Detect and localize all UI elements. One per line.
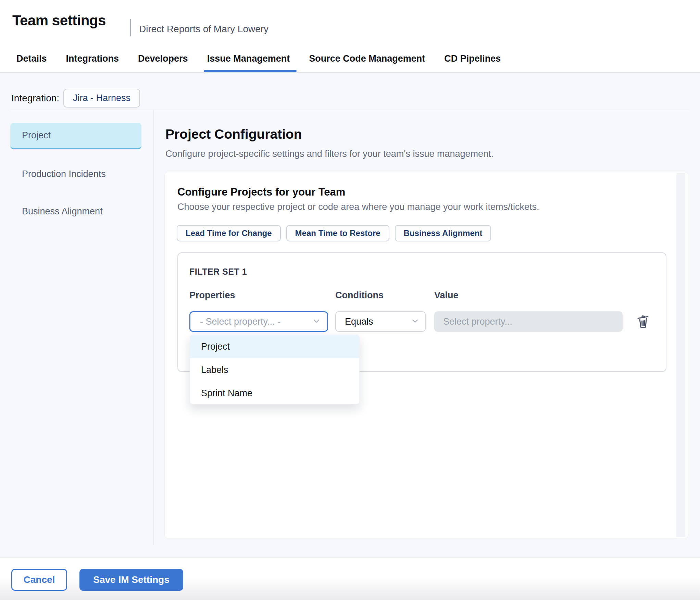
save-im-settings-button[interactable]: Save IM Settings [79,569,183,591]
dropdown-option-labels[interactable]: Labels [190,358,359,382]
integration-chip[interactable]: Jira - Harness [63,89,140,108]
chevron-down-icon [411,316,420,327]
column-label-conditions: Conditions [335,290,384,301]
property-select[interactable]: - Select property... - [189,311,328,332]
property-select-value: - Select property... - [200,316,280,327]
chevron-down-icon [312,316,321,327]
integration-label: Integration: [11,93,59,104]
section-title: Project Configuration [165,127,302,142]
column-label-value: Value [434,290,459,301]
section-description: Configure project-specific settings and … [165,149,493,159]
project-configuration-card: Configure Projects for your Team Choose … [164,172,688,538]
column-label-properties: Properties [189,290,235,301]
footer: Cancel Save IM Settings [0,558,700,600]
delete-filter-button[interactable] [635,313,651,330]
chip-mean-time-to-restore[interactable]: Mean Time to Restore [286,225,389,241]
tab-cd-pipelines[interactable]: CD Pipelines [443,53,501,64]
chip-business-alignment[interactable]: Business Alignment [395,225,491,241]
page-title: Team settings [12,12,106,29]
tab-details[interactable]: Details [16,53,48,64]
tab-source-code-management[interactable]: Source Code Management [308,53,426,64]
tab-bar: Details Integrations Developers Issue Ma… [16,48,501,69]
dropdown-option-sprint-name[interactable]: Sprint Name [190,382,359,404]
trash-icon [635,313,651,331]
title-separator [130,19,131,36]
sidebar-divider [153,110,154,545]
card-title: Configure Projects for your Team [177,186,345,198]
sidebar-item-project[interactable]: Project [10,123,141,149]
value-input[interactable] [434,311,623,332]
filter-set-title: FILTER SET 1 [189,267,247,277]
card-description: Choose your respective project or code a… [177,202,539,212]
dropdown-option-project[interactable]: Project [190,335,359,358]
sidebar-item-business-alignment[interactable]: Business Alignment [10,201,141,222]
cancel-button[interactable]: Cancel [11,569,67,591]
page-subtitle: Direct Reports of Mary Lowery [139,24,268,35]
tab-developers[interactable]: Developers [137,53,189,64]
integration-divider [10,110,689,110]
tab-integrations[interactable]: Integrations [65,53,120,64]
sidebar-item-production-incidents[interactable]: Production Incidents [10,164,141,184]
scrollbar[interactable] [676,173,685,537]
chip-lead-time-for-change[interactable]: Lead Time for Change [177,225,281,241]
tab-issue-management[interactable]: Issue Management [207,53,291,64]
filter-set-card: FILTER SET 1 Properties Conditions Value… [177,252,666,372]
condition-select-value: Equals [345,316,373,327]
property-dropdown: Project Labels Sprint Name [190,335,360,404]
metric-chip-row: Lead Time for Change Mean Time to Restor… [177,225,491,241]
condition-select[interactable]: Equals [335,311,426,332]
